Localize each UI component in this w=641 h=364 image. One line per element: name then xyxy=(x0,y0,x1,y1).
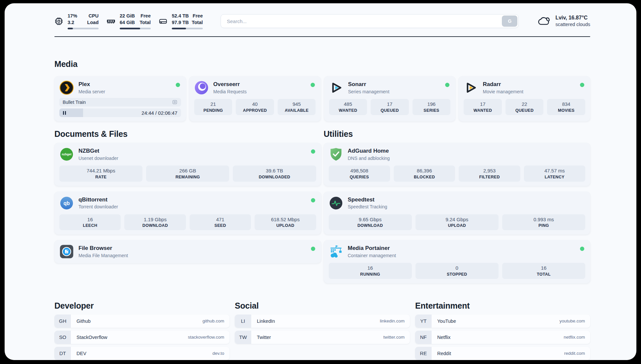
stat-value: 21 xyxy=(196,101,231,107)
stat-label: AVAILABLE xyxy=(279,108,315,113)
service-card-radarr[interactable]: Radarr Movie management 17 WANTED 22 QUE… xyxy=(459,76,590,121)
weather-widget: Lviv, 16.87°C scattered clouds xyxy=(537,15,590,28)
stat-box: 618.52 Mbps UPLOAD xyxy=(255,214,316,230)
stat-value: 2,953 xyxy=(460,167,519,174)
stat-value: 834 xyxy=(548,101,584,107)
stat-box: 86,396 BLOCKED xyxy=(394,166,455,182)
memory-label-1: Free xyxy=(139,13,151,19)
bookmark-url: twitter.com xyxy=(383,335,405,340)
service-description: Series management xyxy=(348,89,389,95)
service-card-plex[interactable]: Plex Media server Bullet Train 24:44 / 0… xyxy=(54,76,186,121)
resource-widgets: 17% 3.2 CPU Load xyxy=(54,13,203,29)
svg-text:nzbget: nzbget xyxy=(62,153,72,156)
stat-label: QUERIES xyxy=(330,175,389,179)
bookmark-name: YouTube xyxy=(437,318,456,324)
resource-widget-cpu: 17% 3.2 CPU Load xyxy=(54,13,99,29)
section-title-social: Social xyxy=(235,301,410,311)
bookmark-abbr: GH xyxy=(54,315,71,328)
bookmark-row-linkedin[interactable]: LI LinkedIn linkedin.com xyxy=(235,315,410,328)
bookmark-url: github.com xyxy=(202,318,224,323)
bookmark-url: dev.to xyxy=(212,351,224,356)
bookmark-name: Github xyxy=(76,318,91,324)
service-description: Usenet downloader xyxy=(78,156,118,161)
stat-label: SERIES xyxy=(414,108,449,113)
disk-progress-fill xyxy=(172,28,186,29)
service-description: DNS and adblocking xyxy=(348,156,390,161)
stat-value: 196 xyxy=(414,101,449,107)
service-card-overseerr[interactable]: Overseerr Media Requests 21 PENDING 40 A… xyxy=(189,76,321,121)
service-description: Speedtest Tracking xyxy=(348,204,387,210)
bookmark-row-twitter[interactable]: TW Twitter twitter.com xyxy=(235,331,410,344)
service-description: Torrent downloader xyxy=(78,204,118,210)
stat-box: 17 WANTED xyxy=(464,99,502,115)
bookmark-row-github[interactable]: GH Github github.com xyxy=(54,315,229,328)
stat-box: 9.65 Gbps DOWNLOAD xyxy=(329,214,412,230)
plex-playback-progress: 24:44 / 02:06:47 xyxy=(59,108,181,117)
service-name: Radarr xyxy=(483,81,523,88)
stat-box: 471 SEED xyxy=(190,214,251,230)
service-card-portainer[interactable]: Media Portainer Container management 16 … xyxy=(324,240,591,283)
service-card-filebrowser[interactable]: File Browser Media File Management xyxy=(54,240,321,263)
radarr-icon xyxy=(464,80,478,95)
stat-label: BLOCKED xyxy=(395,175,454,179)
service-name: File Browser xyxy=(78,245,128,252)
memory-progress-track xyxy=(120,28,151,29)
plex-icon xyxy=(59,80,74,95)
stat-box: 21 PENDING xyxy=(194,99,232,115)
memory-free-value: 22 GiB xyxy=(120,13,135,19)
service-name: Overseerr xyxy=(213,81,247,88)
bookmark-row-stackoverflow[interactable]: SO StackOverflow stackoverflow.com xyxy=(54,331,229,344)
stat-box: 40 APPROVED xyxy=(236,99,274,115)
header-divider xyxy=(54,36,590,37)
cpu-progress-fill xyxy=(68,28,73,29)
status-dot xyxy=(580,247,584,251)
bookmark-name: StackOverflow xyxy=(76,335,107,340)
status-dot xyxy=(311,83,315,87)
service-card-speedtest[interactable]: Speedtest Speedtest Tracking 9.65 Gbps D… xyxy=(324,192,591,235)
bookmarks-social: Social LI LinkedIn linkedin.com TW Twitt… xyxy=(235,301,410,360)
service-card-adguard[interactable]: AdGuard Home DNS and adblocking 498,508 … xyxy=(324,143,591,186)
nzbget-icon: nzbget xyxy=(59,147,74,162)
section-title-utilities: Utilities xyxy=(324,129,591,139)
bookmark-url: stackoverflow.com xyxy=(188,335,224,340)
disk-icon xyxy=(159,17,168,26)
service-card-qbittorrent[interactable]: qb qBittorrent Torrent downloader 16 LEE… xyxy=(54,192,321,235)
stat-value: 0 xyxy=(417,265,497,271)
bookmark-abbr: DT xyxy=(54,347,71,360)
stat-value: 40 xyxy=(237,101,273,107)
stat-value: 1.19 Gbps xyxy=(126,216,184,223)
documents-column: Documents & Files nzbget NZBGet Usenet d… xyxy=(54,129,321,283)
stat-label: REMAINING xyxy=(147,175,228,179)
bookmark-row-youtube[interactable]: YT YouTube youtube.com xyxy=(415,315,590,328)
pause-icon[interactable] xyxy=(63,111,66,115)
stat-label: PENDING xyxy=(196,108,231,113)
stat-label: SEED xyxy=(191,223,250,228)
stat-box: 744.21 Mbps RATE xyxy=(59,166,142,182)
bookmark-url: netflix.com xyxy=(564,335,585,340)
header: 17% 3.2 CPU Load xyxy=(54,12,590,30)
search-button[interactable]: G xyxy=(502,15,517,27)
stat-label: APPROVED xyxy=(237,108,273,113)
stat-value: 498,508 xyxy=(330,167,389,174)
weather-location-temp: Lviv, 16.87°C xyxy=(555,15,590,21)
service-card-nzbget[interactable]: nzbget NZBGet Usenet downloader 744.21 M… xyxy=(54,143,321,186)
service-name: NZBGet xyxy=(78,147,118,154)
stat-label: PING xyxy=(504,223,584,228)
stat-value: 17 xyxy=(372,101,408,107)
stat-value: 86,396 xyxy=(395,167,454,174)
bookmark-row-dev[interactable]: DT DEV dev.to xyxy=(54,347,229,360)
stat-label: STOPPED xyxy=(417,272,497,277)
stat-label: QUEUED xyxy=(507,108,542,113)
resource-widget-disk: 52.4 TB 97.9 TB Free Total xyxy=(159,13,203,29)
bookmarks-developer: Developer GH Github github.com SO StackO… xyxy=(54,301,229,360)
filebrowser-icon xyxy=(59,244,74,259)
memory-progress-fill xyxy=(120,28,140,29)
bookmark-row-reddit[interactable]: RE Reddit reddit.com xyxy=(415,347,590,360)
service-card-sonarr[interactable]: Sonarr Series management 485 WANTED 17 Q… xyxy=(324,76,456,121)
bookmark-row-netflix[interactable]: NF Netflix netflix.com xyxy=(415,331,590,344)
stat-box: 1.19 Gbps DOWNLOAD xyxy=(124,214,186,230)
search-input[interactable] xyxy=(221,14,519,28)
stat-label: QUEUED xyxy=(372,108,408,113)
stat-value: 744.21 Mbps xyxy=(61,167,141,174)
cloud-icon xyxy=(537,15,551,27)
